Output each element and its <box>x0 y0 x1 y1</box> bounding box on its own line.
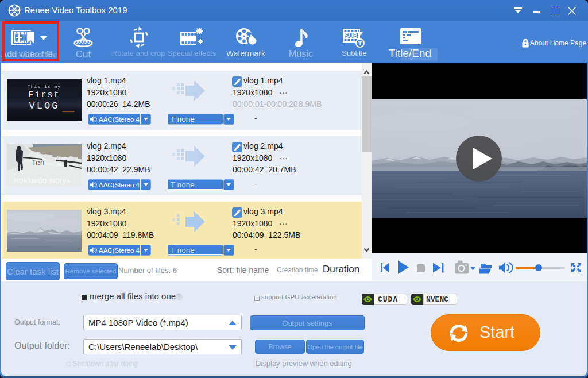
svg-text:SUB: SUB <box>345 32 358 39</box>
svg-text:T: T <box>358 40 362 47</box>
